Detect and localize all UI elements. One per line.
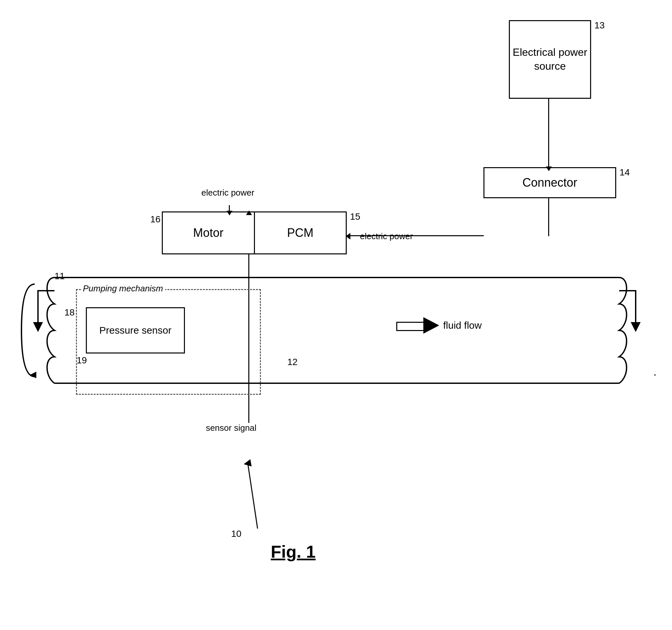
svg-marker-0 [33,322,43,332]
svg-marker-3 [631,322,641,332]
ref-13-label: 13 [594,20,605,31]
pcm-box: PCM [255,212,346,253]
ref-14-label: 14 [620,167,630,178]
pressure-sensor-label: Pressure sensor [99,323,171,337]
ref-16-label: 16 [150,214,161,225]
fig-label: Fig. 1 [271,542,316,562]
pumping-mechanism-label: Pumping mechanism [81,283,165,294]
arrow-up-to-pcm [246,210,252,215]
fluid-flow-arrow [396,317,439,334]
fluid-flow-text: fluid flow [443,320,482,331]
arrow-power-to-connector [548,99,549,167]
label-electric-power-top: electric power [198,188,258,198]
pressure-sensor-box: Pressure sensor [86,307,185,353]
ref-15-label: 15 [350,211,360,222]
svg-marker-4 [30,372,36,378]
pcm-label: PCM [287,226,313,240]
diagram: Electrical power source 13 Connector 14 … [0,0,672,630]
ref-12-label: 12 [287,357,297,367]
arrow-ep-to-motor [229,205,230,211]
line-connector-down [548,198,549,236]
svg-marker-5 [654,372,655,378]
svg-line-6 [248,463,258,529]
ref-19-label: 19 [77,355,87,366]
motor-box: Motor [163,212,255,253]
ref-10-label: 10 [231,529,241,539]
ref-11-label: 11 [54,271,65,281]
power-source-label: Electrical power source [510,46,590,73]
connector-label: Connector [522,176,577,190]
label-electric-power-right: electric power [360,231,413,241]
ref-18-label: 18 [64,307,75,318]
fluid-flow-label: fluid flow [396,317,482,334]
power-source-box: Electrical power source [509,20,591,99]
label-sensor-signal: sensor signal [198,423,264,433]
motor-label: Motor [193,226,223,240]
motor-pcm-container: Motor PCM [162,211,347,254]
connector-box: Connector [483,167,616,198]
